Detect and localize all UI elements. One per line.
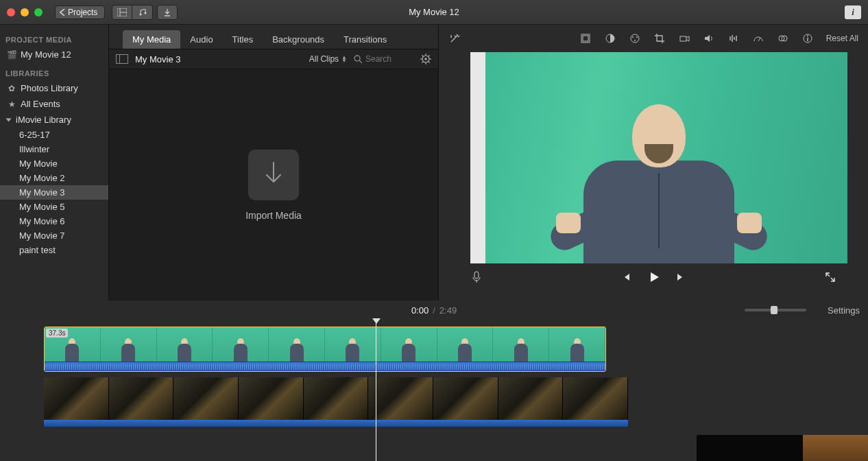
sidebar-item-label: Photos Library [21,83,78,93]
zoom-slider-thumb[interactable] [771,306,777,314]
preview-toolbar: Reset All [439,25,868,52]
sidebar-project-label: My Movie 12 [21,49,71,60]
preview-pane: Reset All [439,25,868,300]
sidebar-event-item[interactable]: 6-25-17 [0,128,108,142]
reset-all-button[interactable]: Reset All [826,34,858,43]
volume-button[interactable] [703,32,715,45]
sidebar-event-item-selected[interactable]: My Movie 3 [0,185,108,200]
timeline[interactable]: 37.3s [0,320,868,461]
svg-point-3 [139,13,141,15]
voiceover-button[interactable] [470,271,483,283]
video-clip-1[interactable]: 37.3s [44,327,606,372]
play-button[interactable] [647,271,660,283]
svg-line-15 [422,62,423,63]
video-clip-3[interactable] [697,435,868,461]
tab-my-media[interactable]: My Media [123,30,180,49]
clip-info-button[interactable] [801,32,814,45]
svg-point-34 [807,36,808,37]
enhance-button[interactable] [448,32,461,45]
clip-filter-button[interactable] [777,32,789,45]
svg-line-6 [359,60,362,63]
sidebar: PROJECT MEDIA 🎬 My Movie 12 LIBRARIES ✿ … [0,25,108,300]
tab-audio[interactable]: Audio [180,30,222,49]
chevron-left-icon [60,9,65,16]
next-button[interactable] [675,271,687,283]
clapperboard-icon: 🎬 [7,50,16,60]
crop-button[interactable] [653,32,666,45]
timeline-track-2 [44,377,868,427]
flower-icon: ✿ [7,84,16,93]
video-clip-2[interactable] [44,377,628,427]
info-icon [802,33,813,44]
color-correction-button[interactable] [604,32,616,45]
previous-button[interactable] [620,271,632,283]
sidebar-event-item[interactable]: My Movie 6 [0,214,108,228]
timeline-track-1: 37.3s [44,327,868,372]
titlebar: Projects My Movie 12 i [0,0,868,25]
stabilization-button[interactable] [678,32,690,45]
import-media-label: Import Media [245,210,302,221]
svg-rect-24 [680,36,686,41]
overlap-circles-icon [777,33,788,44]
color-balance-button[interactable] [579,32,592,45]
svg-point-22 [636,36,638,38]
playhead[interactable] [376,320,376,461]
import-button[interactable] [157,5,178,20]
color-wheel-button[interactable] [629,32,641,45]
clip-audio-waveform [45,362,605,371]
minimize-window-button[interactable] [21,8,29,16]
sidebar-event-item[interactable]: My Movie 2 [0,171,108,185]
sidebar-event-item[interactable]: paint test [0,243,108,257]
search-field[interactable] [354,54,413,64]
sidebar-toggle-icon[interactable] [116,54,128,64]
sidebar-event-item[interactable]: Illwinter [0,142,108,156]
sidebar-event-item[interactable]: My Movie 7 [0,228,108,243]
tab-backgrounds[interactable]: Backgrounds [263,30,334,49]
svg-line-13 [422,55,423,56]
back-to-projects-button[interactable]: Projects [55,5,105,19]
frame-icon [580,33,591,44]
browser-settings-button[interactable] [420,54,431,64]
svg-point-21 [632,36,634,38]
search-input[interactable] [365,54,413,64]
close-window-button[interactable] [7,8,15,16]
tab-titles[interactable]: Titles [223,30,263,49]
view-segmented-control [112,5,153,20]
video-viewer[interactable] [470,52,847,263]
equalizer-icon [728,33,739,44]
sidebar-event-item[interactable]: My Movie 5 [0,200,108,214]
libraries-header: LIBRARIES [0,62,108,80]
up-down-icon: ▲▼ [341,56,347,62]
timeline-settings-button[interactable]: Settings [828,305,860,316]
svg-point-5 [354,56,360,61]
maximize-window-button[interactable] [34,8,43,16]
sidebar-photos-library[interactable]: ✿ Photos Library [0,80,108,96]
sidebar-event-item[interactable]: My Movie [0,156,108,171]
disclosure-triangle-icon[interactable] [6,118,12,121]
timeline-zoom-slider[interactable] [745,309,806,311]
project-media-header: PROJECT MEDIA [0,29,108,47]
speed-button[interactable] [752,32,764,45]
clip-duration-badge: 37.3s [46,329,68,338]
info-button[interactable]: i [845,5,861,19]
noise-reduction-button[interactable] [727,32,740,45]
palette-icon [629,33,640,44]
svg-rect-18 [583,36,588,41]
current-time: 0:00 [411,305,429,316]
sidebar-project-item[interactable]: 🎬 My Movie 12 [0,47,108,62]
sidebar-all-events[interactable]: ★ All Events [0,96,108,112]
fullscreen-button[interactable] [824,271,836,283]
waveform-view-button[interactable] [132,5,153,20]
back-label: Projects [68,8,97,17]
library-list-view-button[interactable] [112,5,132,20]
expand-icon [825,272,836,283]
clip-audio-waveform [44,420,628,427]
download-arrow-icon [261,161,286,189]
media-browser: My Media Audio Titles Backgrounds Transi… [108,25,439,300]
speaker-icon [703,33,714,44]
clip-filter-dropdown[interactable]: All Clips ▲▼ [309,54,347,64]
sidebar-imovie-library[interactable]: iMovie Library [0,112,108,128]
time-separator: / [433,305,435,316]
import-media-button[interactable] [248,150,299,200]
tab-transitions[interactable]: Transitions [334,30,396,49]
